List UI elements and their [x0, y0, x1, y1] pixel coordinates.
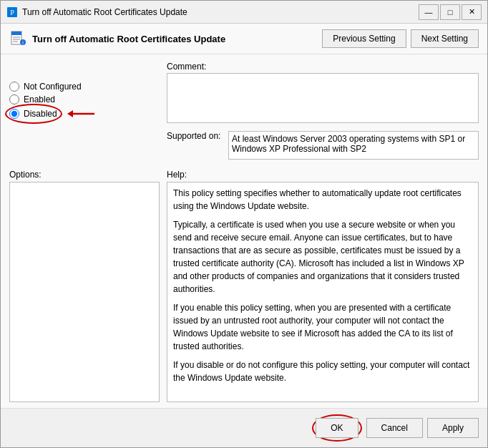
- comment-textarea[interactable]: [167, 73, 479, 123]
- top-section: Not Configured Enabled Disabled: [9, 62, 479, 160]
- enabled-label: Enabled: [24, 94, 55, 104]
- svg-text:P: P: [10, 9, 14, 16]
- apply-button[interactable]: Apply: [427, 418, 479, 438]
- navigation-buttons: Previous Setting Next Setting: [322, 29, 479, 48]
- content-area: Not Configured Enabled Disabled: [1, 54, 487, 408]
- help-paragraph-2: Typically, a certificate is used when yo…: [173, 218, 472, 296]
- supported-value: At least Windows Server 2003 operating s…: [228, 131, 479, 160]
- help-paragraph-4: If you disable or do not configure this …: [173, 359, 472, 384]
- svg-rect-3: [11, 31, 21, 35]
- options-panel: [9, 182, 160, 402]
- not-configured-label: Not Configured: [24, 82, 82, 92]
- header-left: i Turn off Automatic Root Certificates U…: [9, 30, 225, 47]
- main-panels: This policy setting specifies whether to…: [9, 182, 479, 402]
- header-row: i Turn off Automatic Root Certificates U…: [1, 24, 487, 54]
- supported-section: Supported on: At least Windows Server 20…: [167, 131, 479, 160]
- disabled-radio[interactable]: [9, 109, 19, 119]
- left-panel: Not Configured Enabled Disabled: [9, 62, 160, 160]
- minimize-button[interactable]: —: [419, 4, 439, 20]
- window-icon: P: [6, 6, 18, 18]
- not-configured-radio[interactable]: [9, 82, 19, 92]
- cancel-button[interactable]: Cancel: [366, 418, 423, 438]
- options-label: Options:: [9, 170, 160, 180]
- policy-document-icon: i: [9, 30, 26, 47]
- disabled-option[interactable]: Disabled: [9, 109, 57, 119]
- comment-section: Comment:: [167, 62, 479, 125]
- enabled-radio[interactable]: [9, 94, 19, 104]
- next-setting-button[interactable]: Next Setting: [411, 29, 479, 48]
- help-paragraph-3: If you enable this policy setting, when …: [173, 301, 472, 353]
- main-window: P Turn off Automatic Root Certificates U…: [0, 0, 488, 448]
- supported-label: Supported on:: [167, 131, 224, 141]
- ok-button[interactable]: OK: [316, 418, 358, 438]
- enabled-option[interactable]: Enabled: [9, 94, 160, 104]
- ok-button-wrapper: OK: [312, 414, 361, 442]
- previous-setting-button[interactable]: Previous Setting: [322, 29, 406, 48]
- help-panel: This policy setting specifies whether to…: [167, 182, 479, 402]
- not-configured-option[interactable]: Not Configured: [9, 82, 160, 92]
- help-paragraph-1: This policy setting specifies whether to…: [173, 187, 472, 213]
- maximize-button[interactable]: □: [440, 4, 460, 20]
- radio-group: Not Configured Enabled Disabled: [9, 62, 160, 120]
- close-button[interactable]: ✕: [462, 4, 482, 20]
- arrow-indicator: [67, 107, 96, 120]
- comment-label: Comment:: [167, 62, 479, 72]
- help-label: Help:: [167, 170, 479, 180]
- header-title: Turn off Automatic Root Certificates Upd…: [32, 34, 225, 44]
- section-labels-row: Options: Help:: [9, 170, 479, 180]
- footer: OK Cancel Apply: [1, 408, 487, 447]
- window-controls: — □ ✕: [419, 4, 482, 20]
- svg-marker-10: [67, 110, 73, 117]
- window-title: Turn off Automatic Root Certificates Upd…: [22, 7, 419, 17]
- title-bar: P Turn off Automatic Root Certificates U…: [1, 1, 487, 24]
- left-arrow-icon: [67, 107, 96, 120]
- disabled-label: Disabled: [24, 109, 57, 119]
- right-panel: Comment: Supported on: At least Windows …: [167, 62, 479, 160]
